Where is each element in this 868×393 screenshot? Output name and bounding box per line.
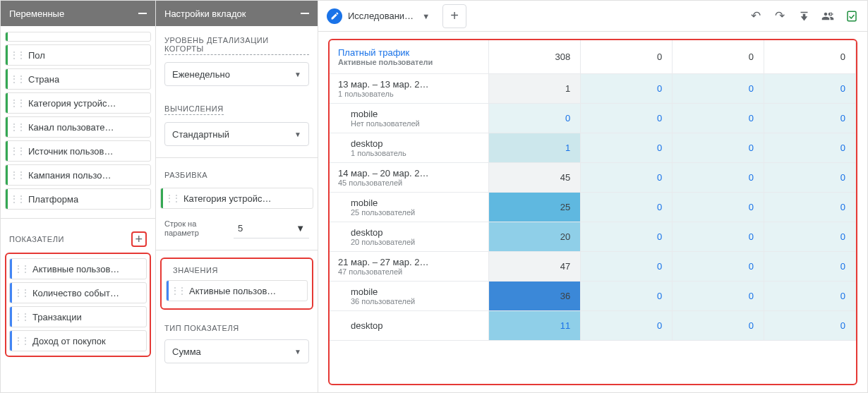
table-row: mobileНет пользователей0000 <box>330 104 856 133</box>
total-2: 0 <box>673 40 764 74</box>
settings-header: Настройки вкладок <box>156 1 318 26</box>
table-cell: 0 <box>764 311 856 341</box>
table-row: mobile36 пользователей36000 <box>330 282 856 311</box>
table-cell: 0 <box>673 252 764 282</box>
table-cell: 0 <box>673 104 764 133</box>
table-cell: 0 <box>581 282 673 311</box>
dimension-chip[interactable]: ⋮⋮Канал пользовате… <box>5 116 151 138</box>
settings-title: Настройки вкладок <box>164 8 246 19</box>
grip-icon: ⋮⋮ <box>14 264 28 274</box>
grip-icon: ⋮⋮ <box>10 170 24 180</box>
table-cell: 25 <box>489 193 581 222</box>
minimize-icon[interactable] <box>301 13 309 14</box>
save-icon[interactable] <box>845 9 859 23</box>
rows-per-label: Строк на параметр <box>164 219 228 238</box>
calc-label: ВЫЧИСЛЕНИЯ <box>164 104 224 115</box>
table-row: 13 мар. – 13 мар. 2…1 пользователь1000 <box>330 74 856 104</box>
grip-icon: ⋮⋮ <box>14 312 28 322</box>
chevron-down-icon[interactable]: ▼ <box>422 12 430 20</box>
cohort-report: Платный трафик Активные пользователи 308… <box>328 39 857 385</box>
row-label: desktop1 пользователь <box>330 133 489 163</box>
breakdown-label: РАЗБИВКА <box>164 171 207 179</box>
values-chip[interactable]: ⋮⋮Активные пользов… <box>166 280 308 301</box>
table-cell: 0 <box>764 163 856 193</box>
variables-header: Переменные <box>1 1 155 26</box>
table-cell: 0 <box>673 311 764 341</box>
add-metric-button[interactable]: + <box>131 231 147 247</box>
metric-type-select[interactable]: Сумма▼ <box>164 339 309 363</box>
dimension-chip[interactable]: ⋮⋮Кампания пользо… <box>5 164 151 186</box>
table-header-sub: Активные пользователи <box>338 58 480 66</box>
breakdown-chip[interactable]: ⋮⋮Категория устройс… <box>160 188 313 209</box>
dimension-chip[interactable]: ⋮⋮Категория устройс… <box>5 92 151 114</box>
metric-chip[interactable]: ⋮⋮Количество событ… <box>9 282 147 303</box>
table-row: desktop11000 <box>330 311 856 341</box>
metric-chip[interactable]: ⋮⋮Транзакции <box>9 306 147 327</box>
table-cell: 0 <box>764 252 856 282</box>
table-cell: 0 <box>581 104 673 133</box>
table-cell: 0 <box>673 74 764 104</box>
metric-chip[interactable]: ⋮⋮Доход от покупок <box>9 330 147 351</box>
table-header-title: Платный трафик <box>338 47 480 58</box>
table-cell: 20 <box>489 222 581 252</box>
table-cell: 0 <box>764 104 856 133</box>
topbar: Исследовани… ▼ + ↶ ↷ <box>318 1 867 32</box>
table-cell: 0 <box>581 311 673 341</box>
table-cell: 0 <box>764 133 856 163</box>
edit-icon <box>327 8 342 24</box>
table-cell: 1 <box>489 74 581 104</box>
table-row: 14 мар. – 20 мар. 2…45 пользователей4500… <box>330 163 856 193</box>
chevron-down-icon: ▼ <box>294 71 301 78</box>
table-cell: 0 <box>764 282 856 311</box>
metric-chip[interactable]: ⋮⋮Активные пользов… <box>9 258 147 279</box>
table-cell: 0 <box>764 193 856 222</box>
redo-icon[interactable]: ↷ <box>773 9 787 23</box>
calc-select[interactable]: Стандартный▼ <box>164 122 309 146</box>
table-row: 21 мар. – 27 мар. 2…47 пользователей4700… <box>330 252 856 282</box>
dimension-chip[interactable]: ⋮⋮Платформа <box>5 188 151 210</box>
cohort-level-select[interactable]: Еженедельно▼ <box>164 62 309 86</box>
dimension-chip[interactable]: ⋮⋮Источник пользов… <box>5 140 151 162</box>
svg-rect-0 <box>848 11 856 21</box>
dimension-chip[interactable]: ⋮⋮Пол <box>5 44 151 66</box>
table-cell: 0 <box>581 222 673 252</box>
table-cell: 0 <box>581 74 673 104</box>
table-cell: 47 <box>489 252 581 282</box>
row-label: 14 мар. – 20 мар. 2…45 пользователей <box>330 163 489 193</box>
row-label: mobile25 пользователей <box>330 193 489 222</box>
minimize-icon[interactable] <box>138 13 147 14</box>
exploration-tab[interactable]: Исследовани… ▼ <box>327 4 430 28</box>
table-row: desktop20 пользователей20000 <box>330 222 856 252</box>
table-cell: 0 <box>581 163 673 193</box>
grip-icon: ⋮⋮ <box>10 98 24 108</box>
row-label: mobile36 пользователей <box>330 282 489 311</box>
values-box: ЗНАЧЕНИЯ ⋮⋮Активные пользов… <box>160 258 313 310</box>
table-cell: 0 <box>673 133 764 163</box>
tab-name: Исследовани… <box>348 11 414 21</box>
grip-icon: ⋮⋮ <box>10 74 24 84</box>
dimension-chip[interactable]: ⋮⋮Страна <box>5 68 151 90</box>
table-cell: 36 <box>489 282 581 311</box>
rows-per-select[interactable]: 5▼ <box>234 219 309 238</box>
cohort-level-label: УРОВЕНЬ ДЕТАЛИЗАЦИИ КОГОРТЫ <box>164 36 309 55</box>
row-label: desktop <box>330 311 489 341</box>
share-icon[interactable] <box>821 9 835 23</box>
grip-icon: ⋮⋮ <box>10 146 24 156</box>
table-row: mobile25 пользователей25000 <box>330 193 856 222</box>
table-cell: 11 <box>489 311 581 341</box>
download-icon[interactable] <box>797 9 811 23</box>
dimension-chip[interactable] <box>5 32 151 42</box>
grip-icon: ⋮⋮ <box>14 336 28 346</box>
grip-icon: ⋮⋮ <box>10 122 24 132</box>
variables-panel: Переменные ⋮⋮Пол⋮⋮Страна⋮⋮Категория устр… <box>1 1 156 392</box>
undo-icon[interactable]: ↶ <box>749 9 763 23</box>
chevron-down-icon: ▼ <box>294 131 301 138</box>
table-cell: 0 <box>673 282 764 311</box>
variables-title: Переменные <box>9 8 64 19</box>
row-label: 21 мар. – 27 мар. 2…47 пользователей <box>330 252 489 282</box>
row-label: desktop20 пользователей <box>330 222 489 252</box>
add-tab-button[interactable]: + <box>442 4 466 28</box>
metrics-box: ⋮⋮Активные пользов…⋮⋮Количество событ…⋮⋮… <box>5 253 151 357</box>
table-cell: 45 <box>489 163 581 193</box>
table-cell: 0 <box>581 252 673 282</box>
